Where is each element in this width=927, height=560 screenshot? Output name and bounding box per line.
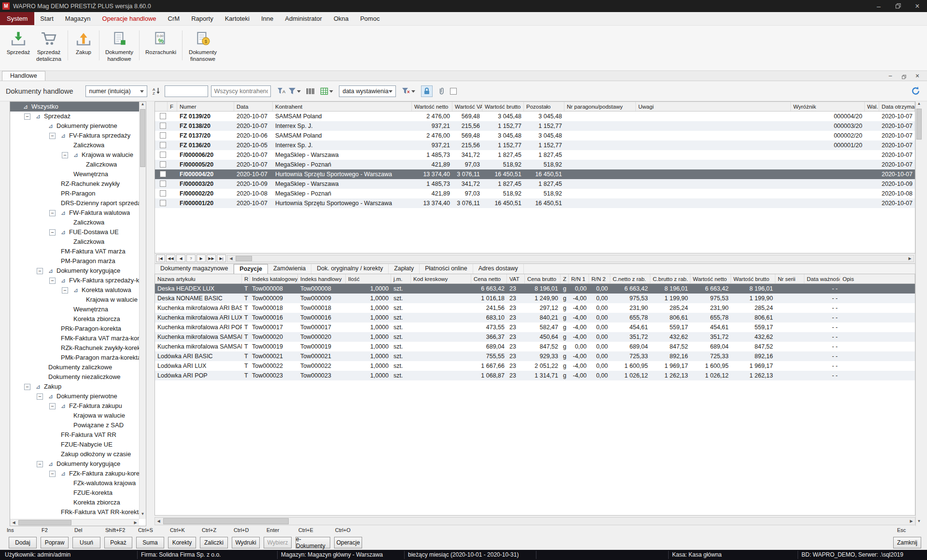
scrollbar-thumb[interactable]	[163, 518, 289, 524]
toolbar-button-sprzedaz-detaliczna[interactable]: Sprzedaż detaliczna	[33, 28, 65, 64]
column-header[interactable]: Kod kreskowy	[411, 274, 471, 283]
menu-item-kartoteki[interactable]: Kartoteki	[219, 12, 255, 25]
tree-item[interactable]: FM-Faktura VAT marża	[10, 247, 139, 256]
tree-item[interactable]: −⊿FZ-Faktura zakupu	[10, 401, 139, 411]
column-header[interactable]: Wartość netto	[690, 274, 731, 283]
tab-dokumenty-magazynowe[interactable]: Dokumenty magazynowe	[155, 264, 234, 274]
tree-item[interactable]: Dokumenty zaliczkowe	[10, 363, 139, 372]
tree-horizontal-scrollbar[interactable]: ◀ ▶	[10, 519, 139, 526]
table-row[interactable]: F/000005/202020-10-07MegaSklep - Poznań4…	[155, 160, 915, 169]
menu-item-inne[interactable]: Inne	[255, 12, 279, 25]
corrections-button[interactable]: Korekty	[168, 537, 196, 548]
tree-item[interactable]: Powiązane z SAD	[10, 420, 139, 430]
table-row[interactable]: Lodówka ARI POPTTow000023Tow0000231,0000…	[155, 371, 915, 380]
table-row[interactable]: F/000001/202020-10-07Hurtownia Sprzętu S…	[155, 198, 915, 208]
nav-prior-button[interactable]: ◀	[176, 254, 185, 262]
tab-dok-oryginalny-korekty[interactable]: Dok. oryginalny / korekty	[311, 264, 389, 274]
tree-vertical-scrollbar[interactable]: ▲ ▼	[139, 102, 146, 519]
filter-text-icon[interactable]: A	[276, 85, 287, 97]
table-row[interactable]: FZ 0136/202020-10-05Interrex Sp. J.937,2…	[155, 140, 915, 150]
column-header[interactable]: Wartość brutto	[482, 102, 524, 111]
table-row[interactable]: Kuchenka mikrofalowa SAMSAM LUTTow000019…	[155, 342, 915, 351]
tree-item[interactable]: −⊿Dokumenty korygujące	[10, 459, 139, 469]
scrollbar-thumb[interactable]	[236, 256, 252, 261]
tab-handlowe[interactable]: Handlowe	[2, 71, 45, 81]
table-row[interactable]: Kuchenka mikrofalowa ARI POPTTow000017To…	[155, 322, 915, 332]
tree-item[interactable]: FR-Faktura VAT RR	[10, 430, 139, 440]
column-header[interactable]	[155, 102, 168, 111]
column-header[interactable]: Data ważności	[804, 274, 840, 283]
tree-item[interactable]: −⊿Korekta walutowa	[10, 285, 139, 295]
sort-icon[interactable]: AZ	[150, 85, 162, 97]
nav-prior-page-button[interactable]: ◀◀	[166, 254, 175, 262]
column-header[interactable]: Wartość brutto	[731, 274, 775, 283]
advances-button[interactable]: Zaliczki	[200, 537, 228, 548]
tree-item[interactable]: −⊿Dokumenty pierwotne	[10, 392, 139, 401]
row-checkbox[interactable]	[160, 200, 166, 206]
row-checkbox[interactable]	[160, 132, 166, 139]
column-header[interactable]: Wartość netto	[412, 102, 452, 111]
column-header[interactable]: Nr serii	[775, 274, 804, 283]
menu-item-start[interactable]: Start	[34, 12, 59, 25]
column-header[interactable]: Kontrahent	[273, 102, 412, 111]
date-field-select[interactable]: data wystawienia	[339, 85, 396, 97]
collapse-toggle[interactable]: −	[48, 210, 61, 216]
tree-item[interactable]: Korekta zbiorcza	[10, 498, 139, 507]
table-row[interactable]: FZ 0139/202020-10-07SAMSAM Poland2 476,0…	[155, 112, 915, 121]
menu-item-pomoc[interactable]: Pomoc	[354, 12, 385, 25]
tree-item[interactable]: −⊿Krajowa w walucie	[10, 150, 139, 160]
toolbar-button-rozrachunki[interactable]: 0.00% Rozrachunki	[142, 28, 179, 57]
collapse-toggle[interactable]: −	[48, 133, 61, 139]
column-header[interactable]: Numer	[177, 102, 234, 111]
column-header[interactable]: Nr paragonu/podstawy	[564, 102, 636, 111]
refresh-icon[interactable]	[910, 85, 921, 97]
scroll-right-icon[interactable]: ▶	[908, 519, 915, 523]
menu-item-magazyn[interactable]: Magazyn	[59, 12, 97, 25]
row-checkbox[interactable]	[160, 123, 166, 129]
tree-item[interactable]: Zaliczkowa	[10, 160, 139, 169]
scrollbar-thumb[interactable]	[140, 109, 145, 167]
clear-filter-icon[interactable]: ×	[401, 85, 416, 97]
column-header[interactable]: R/N 2	[589, 274, 610, 283]
table-row[interactable]: Lodówka ARI BASICTTow000021Tow0000211,00…	[155, 351, 915, 361]
close-view-button[interactable]: Zamknij	[893, 537, 921, 548]
contractor-filter-input[interactable]	[211, 85, 271, 97]
row-checkbox[interactable]	[160, 142, 166, 148]
tree-item[interactable]: FZk-walutowa krajowa	[10, 478, 139, 488]
tree-item[interactable]: −⊿FV-Faktura sprzedaży	[10, 131, 139, 140]
toolbar-button-dokumenty-handlowe[interactable]: Dokumenty handlowe	[102, 28, 136, 64]
restore-icon[interactable]	[888, 0, 908, 12]
collapse-toggle[interactable]: −	[36, 461, 48, 467]
column-header[interactable]: R	[242, 274, 250, 283]
filter-checkbox[interactable]	[450, 88, 457, 95]
row-checkbox[interactable]	[160, 152, 166, 158]
panel-splitter[interactable]	[146, 101, 154, 526]
tree-item[interactable]: PRk-Paragon-korekta	[10, 324, 139, 334]
scroll-down-icon[interactable]: ▼	[139, 512, 146, 519]
collapse-toggle[interactable]: −	[23, 384, 36, 390]
collapse-toggle[interactable]: −	[48, 471, 61, 477]
column-header[interactable]: j.m.	[391, 274, 411, 283]
search-mode-select[interactable]: numer (intuicja)	[85, 85, 147, 97]
tree-item[interactable]: −⊿FVk-Faktura sprzedaży-korekta	[10, 276, 139, 285]
tree-item[interactable]: Krajowa w walucie	[10, 295, 139, 305]
child-minimize-icon[interactable]: –	[885, 71, 896, 80]
nav-first-button[interactable]: |◀	[156, 254, 165, 262]
edit-button[interactable]: Popraw	[41, 537, 69, 548]
collapse-toggle[interactable]: −	[48, 229, 61, 236]
tree-item[interactable]: −⊿FUE-Dostawa UE	[10, 227, 139, 237]
tree-item[interactable]: Dokumenty niezaliczkowe	[10, 372, 139, 382]
scroll-left-icon[interactable]: ◀	[10, 520, 17, 525]
table-row[interactable]: F/000004/202020-10-07Hurtownia Sprzętu S…	[155, 169, 915, 179]
menu-item-raporty[interactable]: Raporty	[185, 12, 219, 25]
table-row[interactable]: Kuchenka mikrofalowa ARI LUXTTow000016To…	[155, 313, 915, 322]
tree-item[interactable]: FMk-Faktura VAT marża-korekta	[10, 334, 139, 343]
column-header[interactable]: R/N 1	[569, 274, 589, 283]
paperclip-icon[interactable]	[435, 85, 447, 97]
sum-button[interactable]: Suma	[136, 537, 164, 548]
table-row[interactable]: F/000002/202020-10-08MegaSklep - Poznań4…	[155, 189, 915, 198]
column-header[interactable]: Wyróżnik	[791, 102, 865, 111]
barcode-icon[interactable]	[305, 85, 316, 97]
menu-item-okna[interactable]: Okna	[328, 12, 354, 25]
menu-item-operacje-handlowe[interactable]: Operacje handlowe	[97, 12, 162, 25]
